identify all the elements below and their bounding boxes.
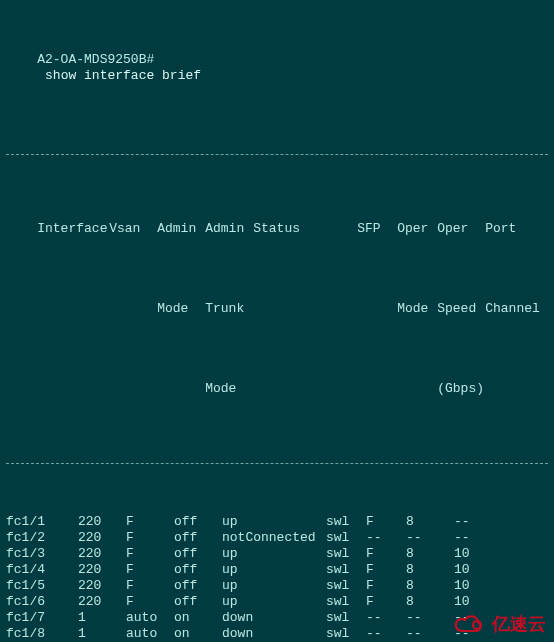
cell-admin-mode: F xyxy=(126,562,174,578)
cell-sfp: swl xyxy=(326,594,366,610)
hdr-oper-speed-3: (Gbps) xyxy=(437,381,485,397)
cell-port-channel: 10 xyxy=(454,546,514,562)
hdr-sfp: SFP xyxy=(357,221,397,237)
terminal-screen[interactable]: A2-OA-MDS9250B# show interface brief Int… xyxy=(0,0,554,642)
table-row: fc1/6220FoffupswlF810 xyxy=(6,594,548,610)
table-row: fc1/1220FoffupswlF8-- xyxy=(6,514,548,530)
header-row-1: InterfaceVsanAdminAdminStatusSFPOperOper… xyxy=(6,205,548,253)
cell-oper-speed: -- xyxy=(406,530,454,546)
shell-prompt: A2-OA-MDS9250B# xyxy=(37,52,154,67)
hdr-admin-mode-2: Mode xyxy=(157,301,205,317)
cell-interface: fc1/7 xyxy=(6,610,78,626)
cell-oper-mode: F xyxy=(366,578,406,594)
cell-interface: fc1/6 xyxy=(6,594,78,610)
cell-port-channel: -- xyxy=(454,530,514,546)
cell-port-channel: 10 xyxy=(454,594,514,610)
cell-vsan: 220 xyxy=(78,562,126,578)
cell-admin-trunk: off xyxy=(174,546,222,562)
cell-status: up xyxy=(222,578,326,594)
cell-oper-speed: -- xyxy=(406,610,454,626)
cell-sfp: swl xyxy=(326,530,366,546)
cell-admin-mode: auto xyxy=(126,626,174,642)
hdr-status: Status xyxy=(253,221,357,237)
header-row-2: ModeTrunkModeSpeedChannel xyxy=(6,285,548,333)
cell-vsan: 220 xyxy=(78,514,126,530)
cell-oper-speed: 8 xyxy=(406,594,454,610)
cell-sfp: swl xyxy=(326,514,366,530)
divider-top xyxy=(6,154,548,155)
cell-status: up xyxy=(222,594,326,610)
cell-admin-mode: F xyxy=(126,514,174,530)
table-row: fc1/5220FoffupswlF810 xyxy=(6,578,548,594)
cell-vsan: 1 xyxy=(78,610,126,626)
cell-oper-mode: -- xyxy=(366,530,406,546)
cell-oper-mode: F xyxy=(366,562,406,578)
cell-sfp: swl xyxy=(326,578,366,594)
cell-sfp: swl xyxy=(326,626,366,642)
header-row-3: Mode(Gbps) xyxy=(6,365,548,413)
cell-interface: fc1/3 xyxy=(6,546,78,562)
cell-vsan: 220 xyxy=(78,594,126,610)
cell-oper-mode: F xyxy=(366,514,406,530)
cell-oper-speed: 8 xyxy=(406,514,454,530)
table-row: fc1/2220FoffnotConnectedswl------ xyxy=(6,530,548,546)
cell-status: up xyxy=(222,562,326,578)
cell-oper-speed: 8 xyxy=(406,562,454,578)
cell-vsan: 220 xyxy=(78,530,126,546)
cell-interface: fc1/5 xyxy=(6,578,78,594)
cell-admin-mode: F xyxy=(126,594,174,610)
watermark: 亿速云 xyxy=(452,612,546,636)
cell-sfp: swl xyxy=(326,562,366,578)
cell-admin-mode: F xyxy=(126,530,174,546)
command-text: show interface brief xyxy=(45,68,201,83)
divider-bottom xyxy=(6,463,548,464)
cell-vsan: 1 xyxy=(78,626,126,642)
hdr-port-channel-1: Port xyxy=(485,221,545,237)
prompt-line: A2-OA-MDS9250B# show interface brief xyxy=(6,36,548,100)
cell-status: up xyxy=(222,546,326,562)
cell-admin-trunk: off xyxy=(174,530,222,546)
cell-oper-speed: -- xyxy=(406,626,454,642)
cell-admin-trunk: on xyxy=(174,626,222,642)
cell-admin-trunk: off xyxy=(174,594,222,610)
cell-admin-mode: auto xyxy=(126,610,174,626)
cell-admin-trunk: off xyxy=(174,514,222,530)
cell-sfp: swl xyxy=(326,610,366,626)
cell-interface: fc1/1 xyxy=(6,514,78,530)
cell-status: down xyxy=(222,610,326,626)
watermark-text: 亿速云 xyxy=(492,612,546,636)
cell-oper-mode: F xyxy=(366,594,406,610)
hdr-admin-trunk-3: Mode xyxy=(205,381,253,397)
hdr-oper-mode-1: Oper xyxy=(397,221,437,237)
cell-status: down xyxy=(222,626,326,642)
cell-admin-mode: F xyxy=(126,578,174,594)
hdr-vsan: Vsan xyxy=(109,221,157,237)
cell-admin-trunk: off xyxy=(174,578,222,594)
cell-port-channel: 10 xyxy=(454,562,514,578)
cell-interface: fc1/2 xyxy=(6,530,78,546)
cell-admin-trunk: on xyxy=(174,610,222,626)
hdr-oper-speed-1: Oper xyxy=(437,221,485,237)
cell-vsan: 220 xyxy=(78,578,126,594)
table-row: fc1/4220FoffupswlF810 xyxy=(6,562,548,578)
cell-admin-trunk: off xyxy=(174,562,222,578)
cell-sfp: swl xyxy=(326,546,366,562)
hdr-admin-mode-1: Admin xyxy=(157,221,205,237)
cell-oper-speed: 8 xyxy=(406,546,454,562)
hdr-port-channel-2: Channel xyxy=(485,301,545,317)
table-row: fc1/3220FoffupswlF810 xyxy=(6,546,548,562)
cell-oper-mode: F xyxy=(366,546,406,562)
cloud-icon xyxy=(452,613,488,635)
hdr-oper-mode-2: Mode xyxy=(397,301,437,317)
cell-interface: fc1/8 xyxy=(6,626,78,642)
cell-admin-mode: F xyxy=(126,546,174,562)
hdr-oper-speed-2: Speed xyxy=(437,301,485,317)
cell-status: notConnected xyxy=(222,530,326,546)
cell-oper-mode: -- xyxy=(366,626,406,642)
cell-port-channel: 10 xyxy=(454,578,514,594)
cell-status: up xyxy=(222,514,326,530)
cell-vsan: 220 xyxy=(78,546,126,562)
hdr-admin-trunk-1: Admin xyxy=(205,221,253,237)
cell-oper-mode: -- xyxy=(366,610,406,626)
hdr-interface: Interface xyxy=(37,221,109,237)
